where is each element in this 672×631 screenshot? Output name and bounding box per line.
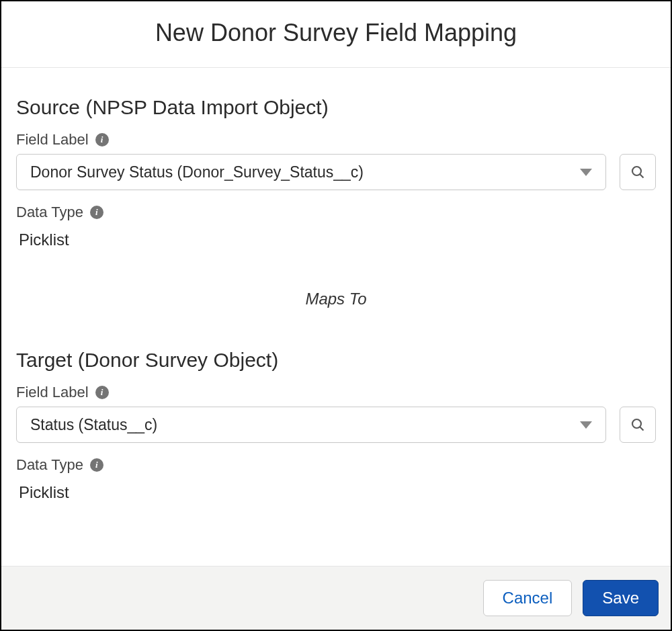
info-icon[interactable]: i — [90, 206, 103, 219]
target-field-label-value: Status (Status__c) — [30, 416, 157, 434]
search-icon — [630, 417, 646, 433]
svg-line-1 — [640, 174, 643, 177]
target-field-label-group: Field Label i Status (Status__c) — [16, 384, 656, 443]
source-section: Source (NPSP Data Import Object) Field L… — [16, 96, 656, 249]
target-section: Target (Donor Survey Object) Field Label… — [16, 349, 656, 502]
source-data-type-label: Data Type — [16, 204, 83, 221]
target-data-type-value: Picklist — [19, 483, 656, 502]
target-data-type-label: Data Type — [16, 456, 83, 474]
source-data-type-value: Picklist — [19, 230, 656, 249]
target-search-button[interactable] — [620, 407, 656, 443]
target-section-title: Target (Donor Survey Object) — [16, 349, 656, 372]
svg-point-2 — [632, 419, 641, 428]
source-section-title: Source (NPSP Data Import Object) — [16, 96, 656, 119]
chevron-down-icon — [580, 169, 592, 176]
save-button[interactable]: Save — [583, 580, 659, 616]
cancel-button[interactable]: Cancel — [483, 580, 573, 616]
search-icon — [630, 164, 646, 180]
target-data-type-group: Data Type i Picklist — [16, 456, 656, 502]
source-field-label-group: Field Label i Donor Survey Status (Donor… — [16, 131, 656, 190]
target-field-label-select[interactable]: Status (Status__c) — [16, 407, 606, 443]
info-icon[interactable]: i — [90, 458, 103, 472]
chevron-down-icon — [580, 421, 592, 429]
source-field-label-value: Donor Survey Status (Donor_Survey_Status… — [30, 163, 364, 181]
modal-body: Source (NPSP Data Import Object) Field L… — [1, 68, 671, 566]
svg-line-3 — [640, 427, 643, 430]
source-field-label-select[interactable]: Donor Survey Status (Donor_Survey_Status… — [16, 154, 606, 190]
maps-to-label: Maps To — [16, 290, 656, 308]
source-field-label-text: Field Label — [16, 131, 89, 149]
source-search-button[interactable] — [620, 154, 656, 190]
info-icon[interactable]: i — [95, 386, 109, 399]
target-field-label-text: Field Label — [16, 384, 89, 401]
source-data-type-group: Data Type i Picklist — [16, 204, 656, 249]
modal-footer: Cancel Save — [1, 566, 671, 630]
modal-title: New Donor Survey Field Mapping — [15, 19, 657, 47]
modal-header: New Donor Survey Field Mapping — [1, 1, 671, 68]
info-icon[interactable]: i — [95, 133, 109, 146]
svg-point-0 — [632, 167, 641, 175]
